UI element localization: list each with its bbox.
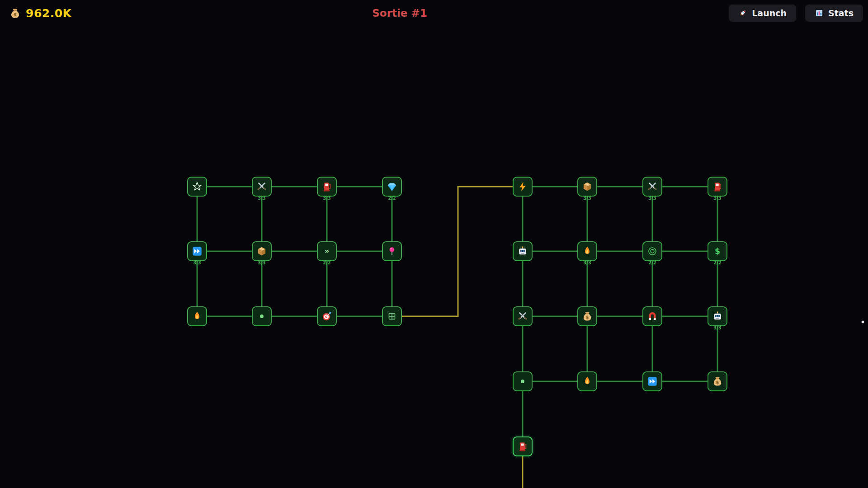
pushpin-icon [386,245,398,257]
map-node-bolt[interactable] [513,177,533,197]
circles-icon [646,245,658,257]
fire-icon [581,245,593,257]
dot-icon [256,310,268,322]
gem-icon [386,181,398,192]
currency-display: 962.0K [9,7,71,20]
double-chevron-icon [321,245,333,257]
fast-forward-icon [191,245,203,257]
node-map: 3/33/32/23/33/32/23/33/33/33/32/22/23/3 [0,0,868,488]
money-bag-icon [581,310,593,322]
lightning-icon [517,181,528,192]
fire-icon [191,310,203,322]
cursor-dot [862,321,864,323]
map-node-robot[interactable] [708,306,727,326]
robot-icon [712,310,723,322]
map-node-star[interactable] [187,177,207,197]
map-node-fire[interactable] [577,241,597,261]
star-icon [191,181,203,192]
topbar-buttons: Launch Stats [729,5,863,22]
crossed-swords-icon [256,181,268,192]
money-bag-icon [712,375,723,387]
map-node-package[interactable] [252,241,272,261]
crossed-swords-icon [646,181,658,192]
stats-button-label: Stats [828,8,854,18]
money-bag-icon [9,7,21,19]
bar-chart-icon [815,9,824,18]
map-node-dot[interactable] [252,306,272,326]
map-node-fire[interactable] [187,306,207,326]
crossed-swords-icon [517,310,528,322]
dollar-icon [712,245,723,257]
map-node-dollar[interactable] [708,241,727,261]
map-node-moneybag[interactable] [577,306,597,326]
fire-icon [581,375,593,387]
robot-icon [517,245,528,257]
direct-hit-icon [321,310,333,322]
map-node-dart[interactable] [317,306,337,326]
map-node-ff[interactable] [642,371,662,391]
map-node-magnet[interactable] [642,306,662,326]
launch-button[interactable]: Launch [729,5,796,22]
map-node-fuel[interactable] [317,177,337,197]
launch-button-label: Launch [752,8,787,18]
map-node-gem[interactable] [382,177,402,197]
map-node-fuel[interactable] [708,177,727,197]
map-node-swords[interactable] [642,177,662,197]
rocket-icon [738,9,747,18]
map-node-swords[interactable] [252,177,272,197]
package-icon [581,181,593,192]
map-edges [0,0,868,488]
map-node-circles[interactable] [642,241,662,261]
sortie-title: Sortie #1 [372,7,427,19]
map-node-pin[interactable] [382,241,402,261]
magnet-icon [646,310,658,322]
map-node-swords[interactable] [513,306,533,326]
map-node-fuel[interactable] [513,436,533,456]
highlight-path [392,187,523,316]
fuel-pump-icon [321,181,333,192]
fuel-pump-icon [712,181,723,192]
map-node-moneybag[interactable] [708,371,727,391]
grid-icon [386,310,398,322]
map-node-robot[interactable] [513,241,533,261]
map-node-package[interactable] [577,177,597,197]
map-node-grid[interactable] [382,306,402,326]
currency-value: 962.0K [26,7,71,20]
stats-button[interactable]: Stats [805,5,863,22]
map-node-ff[interactable] [187,241,207,261]
map-node-chevrons[interactable] [317,241,337,261]
dot-icon [517,375,528,387]
map-node-dot[interactable] [513,371,533,391]
top-bar: 962.0K Sortie #1 Launch Stats [0,0,868,26]
fast-forward-icon [646,375,658,387]
map-node-fire[interactable] [577,371,597,391]
package-icon [256,245,268,257]
fuel-pump-icon [517,441,528,452]
